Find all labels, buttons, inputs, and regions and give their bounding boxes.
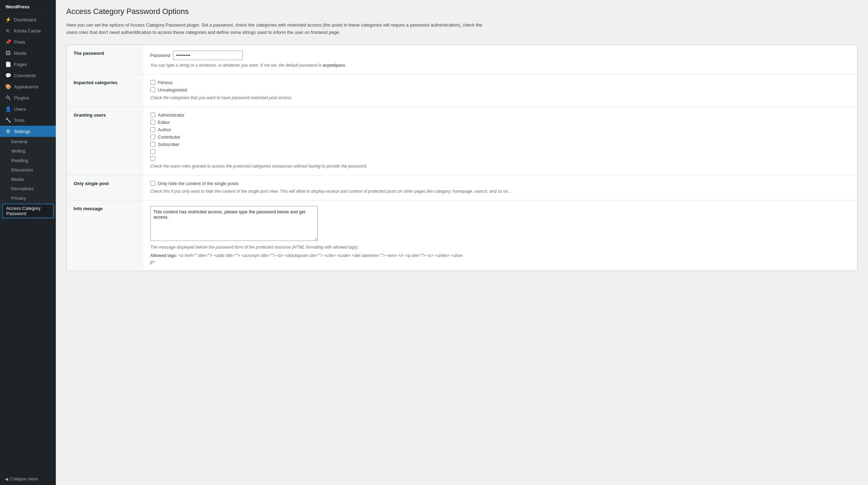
categories-checkboxes: Fitness Uncategorized bbox=[150, 80, 851, 93]
table-row-password: The password Password You can type a str… bbox=[67, 45, 858, 74]
category-uncategorized[interactable]: Uncategorized bbox=[150, 87, 851, 93]
table-row-categories: Impacted categories Fitness Uncategorize… bbox=[67, 74, 858, 106]
categories-hint: Check the categories that you want to ha… bbox=[150, 95, 851, 101]
site-logo: WordPress bbox=[0, 0, 56, 14]
role-author-checkbox[interactable] bbox=[150, 127, 155, 132]
granting-users-value-cell: Administrator Editor Author Contributor bbox=[143, 106, 858, 175]
sidebar-item-plugins[interactable]: 🔌 Plugins bbox=[0, 92, 56, 103]
table-row-granting-users: Granting users Administrator Editor Auth… bbox=[67, 106, 858, 175]
table-row-single-post: Only single post Only hide the content o… bbox=[67, 175, 858, 200]
role-administrator[interactable]: Administrator bbox=[150, 112, 851, 118]
role-contributor[interactable]: Contributor bbox=[150, 134, 851, 140]
single-post-checkbox[interactable] bbox=[150, 181, 155, 186]
role-editor-checkbox[interactable] bbox=[150, 120, 155, 125]
categories-label-cell: Impacted categories bbox=[67, 74, 143, 106]
granting-users-checkboxes: Administrator Editor Author Contributor bbox=[150, 112, 851, 161]
sidebar-item-users[interactable]: 👤 Users bbox=[0, 103, 56, 115]
role-extra1-checkbox[interactable] bbox=[150, 149, 155, 154]
role-extra1[interactable] bbox=[150, 149, 851, 154]
role-author[interactable]: Author bbox=[150, 127, 851, 132]
single-post-value-cell: Only hide the content of the single post… bbox=[143, 175, 858, 200]
info-message-textarea[interactable]: This content has restricted access, plea… bbox=[150, 206, 318, 241]
sidebar-item-media[interactable]: Media bbox=[0, 175, 56, 184]
info-message-label-cell: Info message bbox=[67, 200, 143, 271]
sidebar-item-pages[interactable]: 📄 Pages bbox=[0, 59, 56, 70]
password-input-row: Password bbox=[150, 51, 851, 60]
password-field-label: Password bbox=[150, 53, 170, 58]
kinsta-icon: K bbox=[5, 28, 11, 34]
sidebar-item-discussion[interactable]: Discussion bbox=[0, 165, 56, 175]
sidebar-item-tools[interactable]: 🔧 Tools bbox=[0, 115, 56, 126]
info-message-value-cell: This content has restricted access, plea… bbox=[143, 200, 858, 271]
sidebar-item-privacy[interactable]: Privacy bbox=[0, 193, 56, 203]
info-message-hint: The message displayed before the passwor… bbox=[150, 244, 851, 250]
plugins-icon: 🔌 bbox=[5, 95, 11, 101]
sidebar-item-media[interactable]: 🖼 Media bbox=[0, 47, 56, 59]
sidebar-item-settings[interactable]: ⚙ Settings bbox=[0, 126, 56, 137]
granting-users-label-cell: Granting users bbox=[67, 106, 143, 175]
appearance-icon: 🎨 bbox=[5, 84, 11, 89]
categories-value-cell: Fitness Uncategorized Check the categori… bbox=[143, 74, 858, 106]
role-administrator-checkbox[interactable] bbox=[150, 112, 155, 117]
sidebar-item-access-category-password[interactable]: Access Category Password bbox=[2, 204, 54, 218]
tools-icon: 🔧 bbox=[5, 117, 11, 123]
sidebar-item-posts[interactable]: 📌 Posts bbox=[0, 36, 56, 47]
role-editor[interactable]: Editor bbox=[150, 120, 851, 125]
sidebar-item-permalinks[interactable]: Permalinks bbox=[0, 184, 56, 193]
settings-arrow-icon bbox=[49, 129, 51, 133]
single-post-hint: Check this if you only want to hide the … bbox=[150, 188, 851, 194]
posts-icon: 📌 bbox=[5, 39, 11, 45]
sidebar-item-reading[interactable]: Reading bbox=[0, 156, 56, 165]
role-subscriber[interactable]: Subscriber bbox=[150, 142, 851, 147]
role-contributor-checkbox[interactable] bbox=[150, 134, 155, 139]
sidebar-item-kinsta-cache[interactable]: K Kinsta Cache bbox=[0, 25, 56, 36]
page-title: Access Category Password Options bbox=[66, 7, 858, 16]
settings-icon: ⚙ bbox=[5, 128, 11, 134]
comments-icon: 💬 bbox=[5, 73, 11, 78]
sidebar-item-appearance[interactable]: 🎨 Appearance bbox=[0, 81, 56, 92]
collapse-icon: ◀ bbox=[5, 477, 8, 482]
category-fitness[interactable]: Fitness bbox=[150, 80, 851, 85]
page-description: Here you can set the options of Access C… bbox=[66, 22, 485, 36]
sidebar-item-comments[interactable]: 💬 Comments bbox=[0, 70, 56, 81]
role-extra2-checkbox[interactable] bbox=[150, 156, 155, 161]
options-table: The password Password You can type a str… bbox=[66, 45, 858, 271]
dashboard-icon: ⚡ bbox=[5, 17, 11, 22]
role-subscriber-checkbox[interactable] bbox=[150, 142, 155, 147]
single-post-checkbox-label[interactable]: Only hide the content of the single post… bbox=[150, 181, 851, 186]
category-uncategorized-checkbox[interactable] bbox=[150, 87, 155, 92]
sidebar: WordPress ⚡ Dashboard K Kinsta Cache 📌 P… bbox=[0, 0, 56, 485]
password-input[interactable] bbox=[173, 51, 243, 60]
media-icon: 🖼 bbox=[5, 50, 11, 56]
category-fitness-checkbox[interactable] bbox=[150, 80, 155, 85]
main-content: Access Category Password Options Here yo… bbox=[56, 0, 868, 485]
password-value-cell: Password You can type a string or a sent… bbox=[143, 45, 858, 74]
table-row-info-message: Info message This content has restricted… bbox=[67, 200, 858, 271]
sidebar-item-dashboard[interactable]: ⚡ Dashboard bbox=[0, 14, 56, 25]
sidebar-item-writing[interactable]: Writing bbox=[0, 146, 56, 156]
collapse-menu-button[interactable]: ◀ Collapse menu bbox=[0, 473, 56, 485]
password-hint: You can type a string or a sentence, or … bbox=[150, 62, 851, 68]
users-icon: 👤 bbox=[5, 106, 11, 112]
password-label-cell: The password bbox=[67, 45, 143, 74]
granting-users-hint: Check the users roles granted to access … bbox=[150, 163, 851, 169]
role-extra2[interactable] bbox=[150, 156, 851, 161]
settings-submenu: General Writing Reading Discussion Media… bbox=[0, 137, 56, 219]
single-post-label-cell: Only single post bbox=[67, 175, 143, 200]
sidebar-item-general[interactable]: General bbox=[0, 137, 56, 146]
allowed-tags-text: Allowed tags: <a href="" title=""> <abbr… bbox=[150, 252, 464, 265]
pages-icon: 📄 bbox=[5, 61, 11, 67]
